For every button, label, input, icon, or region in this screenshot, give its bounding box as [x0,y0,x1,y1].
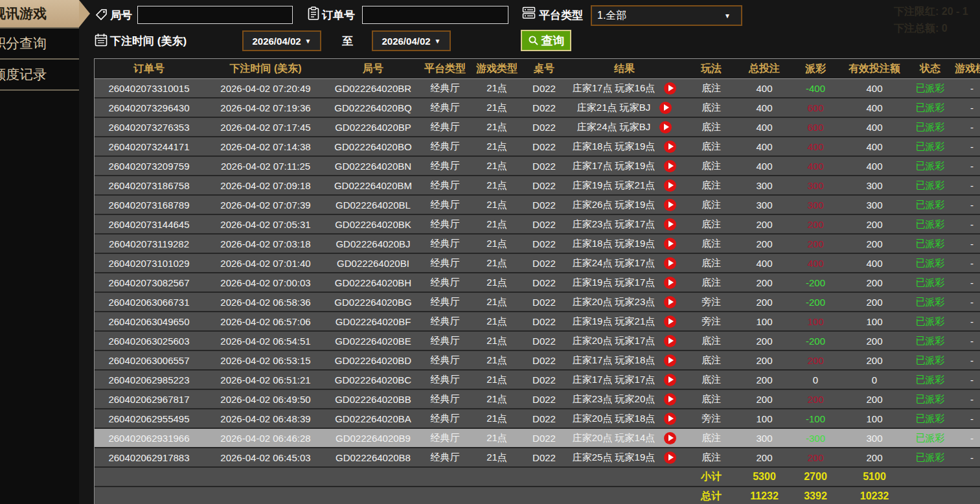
cell-round: GD022264020BE [328,331,418,350]
play-video-icon[interactable] [664,82,676,95]
table-row[interactable]: 2604020630256032026-04-02 06:54:51GD0222… [95,331,980,350]
play-video-icon[interactable] [659,121,672,133]
cell-game: 21点 [472,176,522,195]
cell-game: 21点 [472,98,522,117]
round-number-input[interactable] [137,6,293,24]
play-video-icon[interactable] [664,374,676,386]
play-video-icon[interactable] [664,257,676,269]
cell-order: 260402063049650 [95,312,203,331]
cell-valid_bet: 200 [842,214,907,234]
play-video-icon[interactable] [664,238,676,250]
order-number-input[interactable] [362,6,508,24]
sidebar-item-video-games[interactable]: 视讯游戏 [0,0,79,27]
result-text: 庄家20点 玩家18点 [573,413,655,425]
cell-valid_bet: 100 [842,312,907,331]
cell-game: 21点 [472,234,522,253]
table-row[interactable]: 2604020629554952026-04-02 06:48:39GD0222… [95,409,980,428]
cell-valid_bet: 400 [842,253,907,273]
play-video-icon[interactable] [664,335,676,347]
subtotal-total-bet: 5300 [740,467,789,487]
table-row[interactable]: 2604020629178832026-04-02 06:45:03GD0222… [95,448,980,467]
play-video-icon[interactable] [664,432,676,444]
table-row[interactable]: 2604020731867582026-04-02 07:09:18GD0222… [95,176,980,195]
result-text: 庄家17点 玩家18点 [573,354,655,367]
sidebar-item-points-query[interactable]: 积分查询 [0,29,79,58]
chevron-down-icon: ▼ [435,38,441,45]
table-row[interactable]: 2604020630065572026-04-02 06:53:15GD0222… [95,350,980,370]
cell-game: 21点 [472,389,522,409]
cell-play: 底注 [683,350,740,370]
play-video-icon[interactable] [664,393,676,406]
result-text: 庄家20点 玩家17点 [573,335,655,347]
cell-order: 260402073168789 [95,195,203,214]
cell-round: GD022264020BL [328,195,418,214]
table-row[interactable]: 2604020732441712026-04-02 07:14:38GD0222… [95,137,980,156]
cell-time: 2026-04-02 07:03:18 [203,234,328,253]
table-row[interactable]: 2604020732964302026-04-02 07:19:36GD0222… [95,98,980,117]
cell-result: 庄家20点 玩家17点 [566,331,683,350]
date-from-picker[interactable]: 2026/04/02 ▼ [242,30,321,51]
table-row[interactable]: 2604020731010292026-04-02 07:01:40GD0222… [95,253,980,273]
cell-result: 庄家18点 玩家19点 [566,234,683,253]
cell-time: 2026-04-02 07:05:31 [203,214,328,234]
cell-table: D022 [522,292,566,312]
table-row[interactable]: 2604020732763532026-04-02 07:17:45GD0222… [95,117,980,137]
table-row[interactable]: 2604020733100152026-04-02 07:20:49GD0222… [95,79,980,98]
order-number-label: 订单号 [322,8,355,23]
play-video-icon[interactable] [659,102,672,114]
cell-round: GD022264020BO [328,137,418,156]
platform-type-select[interactable]: 1.全部 ▼ [591,5,742,26]
date-to-picker[interactable]: 2026/04/02 ▼ [372,30,451,51]
play-video-icon[interactable] [664,452,676,464]
cell-result: 庄家20点 玩家14点 [566,428,683,448]
cell-status: 已派彩 [907,117,953,137]
play-video-icon[interactable] [664,141,676,153]
cell-total_bet: 200 [740,350,789,370]
cell-payout: -400 [789,79,842,98]
search-button[interactable]: 查询 [521,30,571,51]
cell-status: 已派彩 [907,79,953,98]
table-row[interactable]: 2604020731192822026-04-02 07:03:18GD0222… [95,234,980,253]
cell-time: 2026-04-02 06:45:03 [203,448,328,467]
play-video-icon[interactable] [664,160,676,172]
cell-status: 已派彩 [907,331,953,350]
table-row[interactable]: 2604020629319662026-04-02 06:46:28GD0222… [95,428,980,448]
play-video-icon[interactable] [664,296,676,308]
table-row[interactable]: 2604020630496502026-04-02 06:57:06GD0222… [95,312,980,331]
play-video-icon[interactable] [664,179,676,192]
play-video-icon[interactable] [664,199,676,211]
cell-payout: 200 [789,214,842,234]
cell-order: 260402073082567 [95,273,203,292]
cell-round: GD022264020BJ [328,234,418,253]
table-row[interactable]: 2604020731446452026-04-02 07:05:31GD0222… [95,214,980,234]
play-video-icon[interactable] [664,354,676,367]
cell-extra: - [953,350,980,370]
subtotal-spacer [907,467,980,487]
table-row[interactable]: 2604020732097592026-04-02 07:11:25GD0222… [95,156,980,176]
cell-total_bet: 200 [740,389,789,409]
table-row[interactable]: 2604020629678172026-04-02 06:49:50GD0222… [95,389,980,409]
cell-result: 庄家26点 玩家19点 [566,195,683,214]
table-row[interactable]: 2604020629852232026-04-02 06:51:21GD0222… [95,370,980,389]
play-video-icon[interactable] [664,315,676,328]
result-text: 庄家17点 玩家19点 [573,160,655,172]
grand-total-label: 总计 [683,487,740,504]
play-video-icon[interactable] [664,413,676,425]
bet-records-table: 订单号下注时间 (美东)局号平台类型游戏类型桌号结果玩法总投注派彩有效投注额状态… [94,58,980,504]
play-video-icon[interactable] [664,218,676,231]
cell-payout: 200 [789,389,842,409]
cell-status: 已派彩 [907,350,953,370]
sidebar-item-quota-records[interactable]: 额度记录 [0,60,79,89]
cell-time: 2026-04-02 07:09:18 [203,176,328,195]
cell-table: D022 [522,234,566,253]
platform-type-selected-value: 1.全部 [597,9,626,23]
table-row[interactable]: 2604020630667312026-04-02 06:58:36GD0222… [95,292,980,312]
table-row[interactable]: 2604020731687892026-04-02 07:07:39GD0222… [95,195,980,214]
clipboard-icon [307,6,320,21]
table-row[interactable]: 2604020730825672026-04-02 07:00:03GD0222… [95,273,980,292]
cell-platform: 经典厅 [418,448,472,467]
column-header-1: 下注时间 (美东) [203,59,328,79]
calendar-icon [95,33,108,47]
cell-round: GD022264020BD [328,350,418,370]
play-video-icon[interactable] [664,277,676,289]
